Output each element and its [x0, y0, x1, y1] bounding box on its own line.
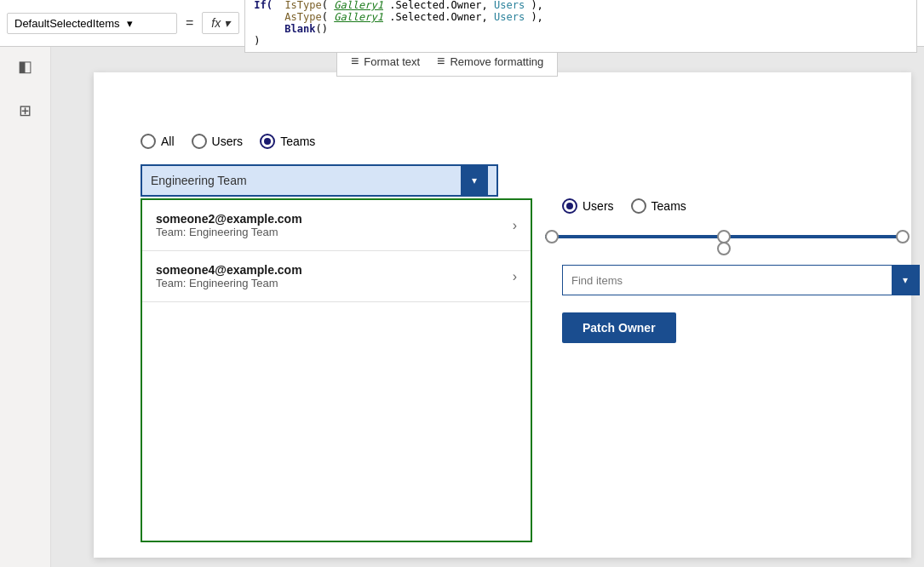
gallery-list: someone2@example.com Team: Engineering T…: [141, 198, 532, 542]
radio-right-teams[interactable]: Teams: [631, 198, 686, 214]
radio-all[interactable]: All: [141, 134, 175, 149]
gallery-item[interactable]: someone2@example.com Team: Engineering T…: [142, 200, 531, 251]
code-line-4: ): [254, 35, 908, 47]
radio-right-users[interactable]: Users: [562, 198, 614, 214]
sidebar-icon-components[interactable]: ⊞: [10, 95, 41, 126]
gallery-item[interactable]: someone4@example.com Team: Engineering T…: [142, 251, 531, 302]
app-preview: All Users Teams Engineering Team ▾ someo…: [94, 72, 911, 558]
code-line-1: If( IsType( Gallery1 .Selected.Owner, Us…: [254, 0, 908, 11]
property-dropdown-value: DefaultSelectedItems: [14, 17, 120, 30]
format-text-icon: ≡: [351, 54, 359, 69]
find-items-row: ▾: [562, 265, 920, 295]
radio-all-circle: [141, 134, 156, 149]
slider-container: [545, 224, 911, 249]
gallery-item-team-2: Team: Engineering Team: [156, 277, 302, 289]
remove-formatting-icon: ≡: [437, 54, 445, 69]
gallery-item-chevron-2: ›: [513, 269, 517, 284]
code-line-3: Blank(): [254, 23, 908, 35]
radio-teams-circle: [260, 134, 275, 149]
radio-users-circle: [192, 134, 207, 149]
gallery-item-info-2: someone4@example.com Team: Engineering T…: [156, 263, 302, 289]
radio-right-users-circle: [562, 198, 577, 214]
sidebar-icon-layers[interactable]: ◧: [10, 51, 41, 82]
radio-right-teams-label: Teams: [651, 199, 686, 213]
slider-handle-left[interactable]: [545, 230, 559, 243]
patch-owner-button[interactable]: Patch Owner: [562, 312, 676, 343]
radio-users-label: Users: [212, 135, 244, 148]
slider-handle-right[interactable]: [896, 230, 910, 243]
gallery-item-email-2: someone4@example.com: [156, 263, 302, 277]
remove-formatting-label: Remove formatting: [450, 55, 543, 68]
layers-icon: ◧: [18, 57, 32, 76]
radio-all-label: All: [161, 135, 175, 148]
radio-teams-label: Teams: [280, 135, 315, 148]
gallery-item-info-1: someone2@example.com Team: Engineering T…: [156, 212, 302, 238]
property-dropdown[interactable]: DefaultSelectedItems ▾: [7, 13, 177, 34]
team-dropdown-value: Engineering Team: [151, 174, 461, 187]
gallery-item-team-1: Team: Engineering Team: [156, 226, 302, 238]
fx-button[interactable]: fx ▾: [202, 12, 239, 34]
left-sidebar: ☰ ◧ ⊞: [0, 0, 51, 567]
find-items-input[interactable]: [563, 274, 892, 287]
radio-right-teams-circle: [631, 198, 646, 214]
remove-formatting-btn[interactable]: ≡ Remove formatting: [437, 54, 543, 69]
gallery-item-chevron-1: ›: [513, 218, 517, 233]
radio-users[interactable]: Users: [192, 134, 244, 149]
fx-label: fx: [211, 16, 221, 30]
team-dropdown-arrow[interactable]: ▾: [461, 166, 488, 195]
fx-chevron-icon: ▾: [224, 16, 230, 30]
formula-bar: DefaultSelectedItems ▾ = fx ▾ If( IsType…: [0, 0, 924, 47]
format-text-label: Format text: [364, 55, 420, 68]
gallery-item-email-1: someone2@example.com: [156, 212, 302, 226]
find-items-dropdown-arrow[interactable]: ▾: [892, 266, 919, 295]
radio-teams[interactable]: Teams: [260, 134, 315, 149]
format-text-btn[interactable]: ≡ Format text: [351, 54, 420, 69]
code-line-2: AsType( Gallery1 .Selected.Owner, Users …: [254, 11, 908, 23]
gallery-empty-space: [142, 302, 531, 541]
radio-group-top: All Users Teams: [141, 134, 315, 149]
components-icon: ⊞: [19, 101, 32, 120]
team-dropdown[interactable]: Engineering Team ▾: [141, 164, 498, 197]
right-panel: Users Teams: [545, 198, 911, 343]
slider-track-wrapper: [545, 228, 903, 245]
radio-group-right: Users Teams: [562, 198, 911, 214]
formula-code-area[interactable]: If( IsType( Gallery1 .Selected.Owner, Us…: [244, 0, 917, 53]
slider-handle-bottom[interactable]: [717, 242, 731, 255]
slider-row: [545, 224, 911, 249]
canvas-area: All Users Teams Engineering Team ▾ someo…: [51, 47, 924, 567]
equals-sign: =: [182, 15, 197, 31]
dropdown-chevron-icon: ▾: [127, 17, 169, 30]
radio-right-users-label: Users: [583, 199, 614, 213]
